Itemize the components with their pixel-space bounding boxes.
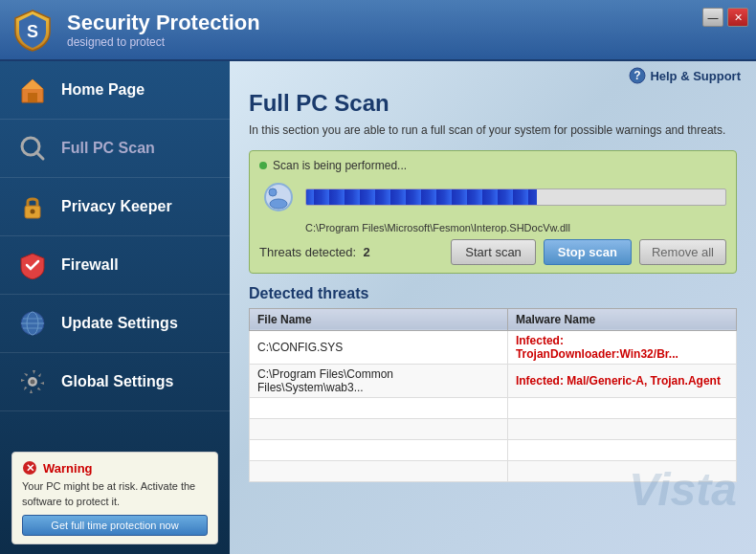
globe-icon: [15, 306, 50, 341]
lock-icon: [15, 189, 50, 224]
sidebar-item-updates-label: Update Settings: [61, 315, 178, 332]
svg-point-21: [270, 199, 287, 209]
svg-text:✕: ✕: [26, 462, 34, 474]
get-protection-button[interactable]: Get full time protection now: [22, 515, 208, 536]
help-bar: ? Help & Support: [230, 61, 756, 90]
warning-text: Your PC might be at risk. Activate the s…: [22, 479, 208, 509]
progress-bar-container: [305, 188, 726, 206]
threats-detected-label: Threats detected: 2: [259, 245, 443, 259]
sidebar-item-firewall[interactable]: Firewall: [0, 236, 230, 295]
title-bar: S Security Protection designed to protec…: [0, 0, 756, 61]
table-row: C:\CONFIG.SYSInfected: TrojanDownloader:…: [250, 330, 737, 364]
scan-status-dot: [259, 162, 267, 169]
sidebar-item-fullscan-label: Full PC Scan: [61, 140, 155, 157]
home-icon: [15, 73, 50, 107]
sidebar-item-global[interactable]: Global Settings: [0, 353, 230, 411]
app-subtitle: designed to protect: [67, 35, 260, 49]
gear-icon: [15, 365, 50, 399]
start-scan-button[interactable]: Start scan: [451, 239, 536, 265]
app-title: Security Protection: [67, 11, 260, 35]
shield-icon: [15, 248, 50, 282]
window-controls: — ✕: [702, 8, 748, 27]
stop-scan-button[interactable]: Stop scan: [544, 239, 632, 265]
scan-progress-row: [259, 178, 726, 216]
svg-line-4: [36, 152, 43, 159]
table-row-empty: [250, 439, 737, 460]
sidebar-item-home[interactable]: Home Page: [0, 61, 230, 120]
content-area: ? Help & Support Full PC Scan In this se…: [230, 61, 756, 554]
sidebar-item-home-label: Home Page: [61, 81, 145, 99]
sidebar-item-privacy[interactable]: Privacy Keeper: [0, 178, 230, 236]
remove-all-button[interactable]: Remove all: [639, 239, 726, 265]
svg-marker-2: [22, 79, 43, 89]
minimize-button[interactable]: —: [702, 8, 723, 27]
section-desc: In this section you are able to run a fu…: [249, 122, 737, 139]
col-malware: Malware Name: [507, 308, 736, 330]
help-label: Help & Support: [650, 69, 741, 83]
progress-bar-fill: [306, 189, 537, 205]
table-row: C:\Program Files\Common Files\System\wab…: [250, 364, 737, 397]
help-link[interactable]: ? Help & Support: [629, 67, 741, 84]
content-inner: Full PC Scan In this section you are abl…: [230, 90, 756, 554]
warning-box: ✕ Warning Your PC might be at risk. Acti…: [11, 452, 218, 544]
scan-current-file: C:\Program Files\Microsoft\Fesmon\Intero…: [259, 222, 726, 233]
svg-rect-1: [28, 93, 37, 102]
scan-progress-icon: [259, 178, 298, 216]
close-button[interactable]: ✕: [727, 8, 748, 27]
table-row-empty: [250, 418, 737, 439]
warning-title: ✕ Warning: [22, 460, 208, 476]
table-row-empty: [250, 460, 737, 481]
main-layout: Home Page Full PC Scan Privacy Keeper: [0, 61, 756, 554]
scan-status-text: Scan is being performed...: [259, 159, 726, 172]
sidebar-item-privacy-label: Privacy Keeper: [61, 198, 172, 215]
threats-table: File Name Malware Name C:\CONFIG.SYSInfe…: [249, 308, 737, 482]
scan-actions: Threats detected: 2 Start scan Stop scan…: [259, 239, 726, 265]
warning-icon: ✕: [22, 460, 37, 476]
svg-text:?: ?: [634, 69, 641, 82]
section-title: Full PC Scan: [249, 90, 737, 117]
svg-point-14: [31, 380, 35, 385]
scan-box: Scan is being performed... C:\Program: [249, 150, 737, 274]
scan-icon: [15, 131, 50, 166]
app-title-block: Security Protection designed to protect: [67, 11, 260, 49]
threats-section-title: Detected threats: [249, 285, 737, 302]
help-icon: ?: [629, 67, 646, 84]
threats-count: 2: [363, 245, 369, 259]
col-filename: File Name: [250, 308, 508, 330]
table-row-empty: [250, 397, 737, 418]
svg-text:S: S: [27, 22, 38, 41]
sidebar-item-updates[interactable]: Update Settings: [0, 295, 230, 353]
app-logo-icon: S: [10, 7, 56, 53]
sidebar-item-firewall-label: Firewall: [61, 256, 119, 274]
sidebar-item-fullscan[interactable]: Full PC Scan: [0, 120, 230, 178]
sidebar-item-global-label: Global Settings: [61, 373, 173, 390]
svg-point-6: [31, 210, 35, 214]
svg-point-20: [269, 188, 277, 196]
sidebar: Home Page Full PC Scan Privacy Keeper: [0, 61, 230, 554]
